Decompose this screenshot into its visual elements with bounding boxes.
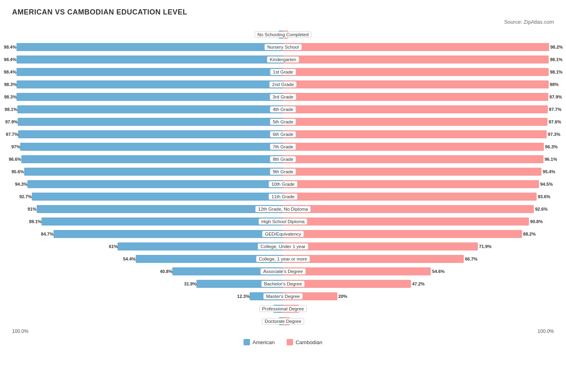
- category-label: 3rd Grade: [270, 94, 296, 100]
- cambodian-bar: [283, 205, 534, 213]
- american-bar: [24, 168, 283, 176]
- legend-cambodian: Cambodian: [287, 339, 322, 345]
- axis-right: 100.0%: [537, 328, 554, 334]
- american-bar: [20, 143, 283, 151]
- legend-american-label: American: [252, 339, 275, 345]
- american-value: 98.4%: [4, 57, 17, 62]
- cambodian-value: 96.3%: [544, 144, 558, 149]
- legend-cambodian-label: Cambodian: [295, 339, 322, 345]
- chart-row: 94.3%94.5%10th Grade: [12, 179, 554, 190]
- american-value: 92.7%: [19, 194, 32, 199]
- legend-american-swatch: [244, 339, 250, 345]
- cambodian-value: 97.6%: [547, 119, 561, 124]
- category-label: GED/Equivalency: [262, 231, 304, 237]
- american-bar: [17, 55, 283, 64]
- chart-row: 54.4%66.7%College, 1 year or more: [12, 253, 554, 265]
- category-label: 12th Grade, No Diploma: [255, 206, 311, 212]
- american-value: 94.3%: [15, 182, 27, 187]
- chart-row: 98.4%98.1%1st Grade: [12, 66, 554, 78]
- cambodian-bar: [283, 105, 548, 113]
- chart-row: 97.7%97.3%6th Grade: [12, 129, 554, 140]
- category-label: 6th Grade: [270, 131, 296, 138]
- chart-row: 3.6%6%Professional Degree: [12, 303, 554, 314]
- american-bar: [27, 180, 283, 188]
- american-value: 89.1%: [29, 219, 41, 224]
- american-value: 91%: [28, 207, 37, 211]
- chart-row: 98.3%98%2nd Grade: [12, 79, 554, 90]
- american-bar: [17, 43, 283, 51]
- cambodian-value: 98.1%: [549, 70, 562, 74]
- american-value: 96.6%: [9, 157, 21, 162]
- american-value: 84.7%: [41, 232, 54, 236]
- american-bar: [54, 230, 283, 238]
- chart-row: 1.7%1.9%No Schooling Completed: [12, 29, 554, 40]
- american-value: 12.3%: [237, 294, 250, 299]
- american-value: 97%: [11, 144, 20, 149]
- cambodian-bar: [283, 155, 543, 163]
- american-value: 97.9%: [5, 119, 18, 124]
- cambodian-bar: [283, 143, 544, 151]
- legend: American Cambodian: [12, 339, 554, 345]
- category-label: 11th Grade: [269, 193, 297, 200]
- cambodian-bar: [283, 93, 548, 101]
- cambodian-value: 94.5%: [539, 182, 553, 187]
- category-label: 10th Grade: [269, 181, 297, 187]
- cambodian-value: 95.4%: [541, 169, 555, 174]
- category-label: Nursery School: [264, 44, 302, 50]
- cambodian-value: 97.9%: [548, 94, 562, 99]
- category-label: 9th Grade: [270, 168, 296, 175]
- cambodian-bar: [283, 242, 478, 250]
- cambodian-bar: [283, 118, 547, 126]
- american-value: 97.7%: [6, 132, 18, 137]
- chart-row: 89.1%90.8%High School Diploma: [12, 216, 554, 227]
- cambodian-value: 98.1%: [549, 57, 562, 62]
- category-label: Master's Degree: [263, 293, 303, 300]
- american-value: 31.9%: [184, 281, 196, 286]
- chart-row: 91%92.6%12th Grade, No Diploma: [12, 203, 554, 215]
- category-label: College, 1 year or more: [256, 256, 310, 262]
- cambodian-value: 66.7%: [464, 257, 477, 261]
- american-value: 98.3%: [4, 94, 17, 99]
- chart-row: 12.3%20%Master's Degree: [12, 291, 554, 302]
- cambodian-bar: [283, 55, 549, 64]
- chart-row: 31.9%47.2%Bachelor's Degree: [12, 278, 554, 289]
- american-bar: [17, 105, 283, 113]
- cambodian-value: 98%: [549, 82, 559, 87]
- category-label: Bachelor's Degree: [261, 281, 305, 287]
- chart-title: AMERICAN VS CAMBODIAN EDUCATION LEVEL: [12, 8, 554, 16]
- cambodian-value: 92.6%: [534, 207, 547, 211]
- american-value: 98.1%: [5, 107, 17, 112]
- chart-row: 98.4%98.1%Kindergarten: [12, 54, 554, 65]
- american-value: 40.8%: [160, 269, 172, 274]
- cambodian-bar: [283, 230, 522, 238]
- american-bar: [17, 68, 283, 76]
- chart-area: 1.7%1.9%No Schooling Completed98.4%98.2%…: [12, 29, 554, 327]
- cambodian-bar: [283, 80, 549, 88]
- american-value: 54.4%: [123, 257, 136, 261]
- cambodian-bar: [283, 68, 549, 76]
- american-bar: [21, 155, 283, 163]
- category-label: High School Diploma: [258, 218, 307, 225]
- cambodian-value: 20%: [337, 294, 347, 299]
- chart-row: 98.4%98.2%Nursery School: [12, 41, 554, 53]
- legend-cambodian-swatch: [287, 339, 293, 345]
- chart-row: 40.8%54.6%Associate's Degree: [12, 266, 554, 277]
- chart-row: 92.7%93.6%11th Grade: [12, 191, 554, 202]
- cambodian-bar: [283, 180, 539, 188]
- cambodian-value: 97.7%: [548, 107, 562, 112]
- axis-left: 100.0%: [12, 328, 29, 334]
- american-bar: [37, 205, 283, 213]
- source-label: Source: ZipAtlas.com: [12, 19, 554, 25]
- category-label: 4th Grade: [270, 106, 296, 113]
- category-label: 5th Grade: [270, 119, 296, 125]
- american-bar: [32, 193, 283, 201]
- category-label: Associate's Degree: [260, 268, 306, 275]
- chart-row: 97%96.3%7th Grade: [12, 141, 554, 152]
- cambodian-value: 97.3%: [547, 132, 560, 137]
- category-label: 2nd Grade: [269, 81, 297, 88]
- american-bar: [18, 130, 283, 138]
- category-label: No Schooling Completed: [254, 31, 311, 38]
- american-value: 61%: [109, 244, 118, 249]
- legend-american: American: [244, 339, 275, 345]
- american-value: 95.6%: [11, 169, 24, 174]
